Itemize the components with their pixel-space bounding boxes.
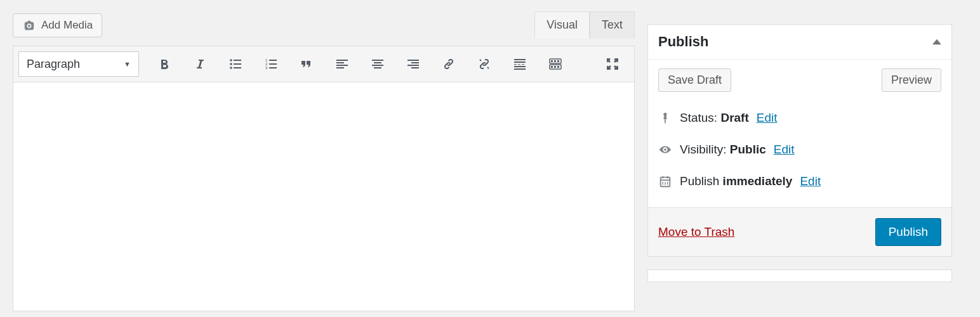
svg-rect-18 [372, 65, 383, 66]
align-left-icon [334, 56, 350, 72]
align-center-button[interactable] [364, 51, 392, 77]
svg-rect-32 [514, 68, 526, 70]
svg-rect-4 [234, 63, 241, 65]
numbered-list-icon: 123 [263, 56, 279, 72]
svg-rect-10 [269, 63, 277, 65]
bullet-list-button[interactable] [222, 51, 249, 77]
svg-rect-26 [514, 59, 526, 60]
svg-rect-3 [234, 60, 241, 61]
fullscreen-button[interactable] [599, 51, 626, 77]
next-postbox [647, 269, 952, 282]
toolbar-toggle-button[interactable] [541, 51, 569, 77]
svg-rect-15 [336, 67, 344, 68]
align-left-button[interactable] [328, 51, 356, 77]
bold-button[interactable] [150, 51, 178, 77]
quote-icon [299, 56, 314, 72]
svg-rect-28 [514, 64, 517, 65]
edit-visibility-link[interactable]: Edit [774, 143, 795, 157]
preview-button[interactable]: Preview [882, 68, 941, 92]
status-label: Status: [680, 111, 720, 124]
calendar-icon [658, 174, 672, 188]
svg-line-25 [487, 67, 489, 68]
svg-rect-39 [554, 66, 556, 68]
svg-rect-38 [551, 66, 553, 68]
svg-rect-22 [407, 65, 419, 66]
svg-rect-35 [554, 60, 556, 62]
svg-rect-13 [336, 62, 344, 63]
visibility-row: Visibility: Public Edit [658, 134, 941, 165]
save-draft-button[interactable]: Save Draft [658, 68, 731, 92]
add-media-button[interactable]: Add Media [13, 13, 102, 37]
svg-point-0 [230, 59, 232, 61]
svg-rect-30 [522, 64, 524, 65]
schedule-row: Publish immediately Edit [658, 165, 941, 197]
svg-rect-29 [518, 64, 520, 65]
svg-rect-16 [372, 60, 383, 61]
publish-box: Publish Save Draft Preview Status: Draft… [647, 24, 952, 257]
italic-icon [192, 56, 208, 72]
move-to-trash-link[interactable]: Move to Trash [658, 225, 734, 239]
format-label: Paragraph [27, 58, 80, 71]
fullscreen-icon [605, 56, 620, 72]
link-icon [441, 56, 456, 72]
schedule-label: Publish [680, 174, 723, 188]
svg-rect-14 [336, 65, 348, 66]
visibility-label: Visibility: [680, 143, 730, 156]
svg-rect-23 [411, 67, 419, 68]
bullet-list-icon [228, 56, 243, 72]
dropdown-caret-icon: ▼ [124, 60, 131, 68]
status-value: Draft [720, 111, 748, 124]
blockquote-button[interactable] [293, 51, 321, 77]
svg-rect-21 [411, 62, 419, 63]
toolbar-toggle-icon [548, 56, 563, 72]
svg-rect-11 [269, 67, 277, 68]
svg-rect-5 [234, 67, 241, 68]
visibility-value: Public [730, 143, 766, 156]
editor-container: Paragraph ▼ 123 [13, 46, 635, 311]
publish-button[interactable]: Publish [875, 218, 941, 246]
readmore-button[interactable] [506, 51, 534, 77]
unlink-icon [477, 56, 492, 72]
svg-rect-34 [551, 60, 553, 62]
svg-text:3: 3 [265, 66, 268, 70]
publish-title: Publish [658, 34, 708, 50]
edit-status-link[interactable]: Edit [757, 111, 778, 125]
tab-text[interactable]: Text [590, 11, 635, 39]
align-right-button[interactable] [399, 51, 427, 77]
link-button[interactable] [435, 51, 463, 77]
format-dropdown[interactable]: Paragraph ▼ [18, 51, 139, 77]
add-media-label: Add Media [41, 19, 93, 32]
status-row: Status: Draft Edit [658, 102, 941, 134]
svg-rect-20 [407, 60, 419, 61]
svg-rect-31 [514, 66, 526, 67]
svg-rect-36 [557, 60, 559, 62]
schedule-value: immediately [723, 174, 793, 188]
italic-button[interactable] [186, 51, 214, 77]
tab-visual[interactable]: Visual [534, 11, 590, 39]
svg-line-24 [480, 60, 481, 61]
svg-rect-27 [514, 61, 526, 63]
svg-point-2 [230, 67, 232, 69]
bold-icon [157, 56, 172, 72]
align-right-icon [406, 56, 421, 72]
editor-content[interactable] [13, 82, 634, 311]
numbered-list-button[interactable]: 123 [257, 51, 285, 77]
svg-rect-12 [336, 60, 348, 61]
svg-rect-17 [374, 62, 381, 63]
editor-toolbar: Paragraph ▼ 123 [13, 46, 634, 82]
camera-icon [22, 20, 36, 31]
collapse-icon[interactable] [932, 37, 941, 46]
edit-schedule-link[interactable]: Edit [800, 174, 821, 188]
svg-rect-40 [557, 66, 559, 68]
svg-point-1 [230, 63, 232, 65]
readmore-icon [512, 56, 527, 72]
svg-rect-19 [374, 67, 381, 68]
svg-marker-45 [932, 39, 941, 44]
unlink-button[interactable] [470, 51, 498, 77]
svg-rect-9 [269, 60, 277, 61]
eye-icon [658, 143, 672, 157]
editor-tabs: Visual Text [534, 11, 635, 39]
align-center-icon [370, 56, 385, 72]
pin-icon [658, 111, 672, 125]
